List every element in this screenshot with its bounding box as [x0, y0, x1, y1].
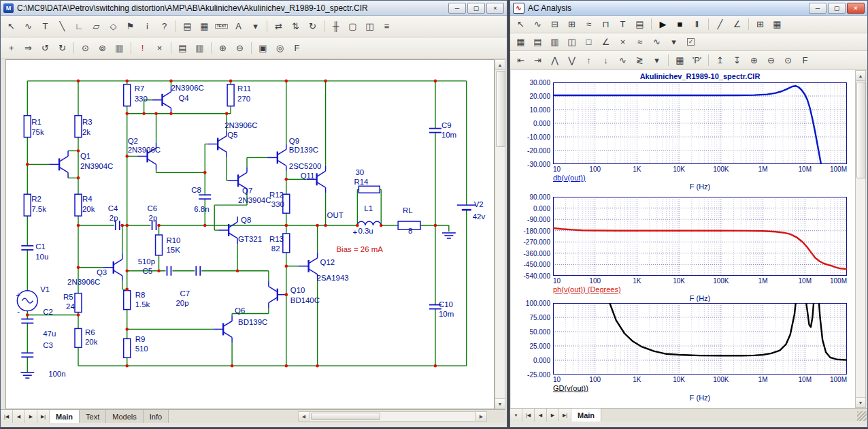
copy-page-button[interactable]: ▥ [191, 40, 208, 56]
component-label[interactable]: BD140C [290, 296, 320, 304]
resistor-symbol[interactable] [75, 328, 82, 347]
component-label[interactable]: 1.5k [135, 300, 150, 308]
properties-button[interactable]: ≡ [378, 18, 395, 34]
hscroll-thumb[interactable] [311, 413, 380, 420]
component-label[interactable]: R14 [354, 178, 369, 186]
scale-mode-button[interactable]: ⊟ [546, 16, 563, 32]
plot-area-1[interactable] [553, 82, 847, 164]
run-button[interactable]: ▶ [654, 16, 671, 32]
graph-properties-button[interactable]: ▦ [512, 34, 529, 50]
tag-vertical-button[interactable]: ↧ [729, 52, 746, 68]
component-label[interactable]: R7 [135, 84, 145, 93]
tag-horizontal-button[interactable]: ↥ [712, 52, 729, 68]
polygon-tool[interactable]: ▱ [88, 18, 105, 34]
text-tool[interactable]: T [37, 18, 54, 34]
hscroll-right-button[interactable]: ▶ [475, 412, 486, 421]
transistor-symbol[interactable] [207, 131, 227, 158]
step-tool[interactable]: ⇒ [20, 40, 37, 56]
tab-nav-3[interactable]: ▶| [37, 410, 50, 423]
error-button[interactable]: ! [134, 40, 151, 56]
plot-select-dropdown[interactable]: ▾ [510, 409, 522, 422]
component-label[interactable]: C7 [180, 289, 190, 298]
component-label[interactable]: 2SA1943 [317, 274, 349, 282]
component-label[interactable]: Bias = 26 mA [337, 245, 384, 253]
split-window-button[interactable]: ◫ [361, 18, 378, 34]
resistor-symbol[interactable] [283, 234, 290, 253]
undo-button[interactable]: ↺ [37, 40, 54, 56]
maximize-button[interactable]: ▢ [467, 3, 485, 14]
point-tag-tool[interactable]: ≈ [580, 16, 597, 32]
component-label[interactable]: R2 [31, 195, 41, 203]
pan-tool[interactable]: + [3, 40, 20, 56]
tab-nav-2[interactable]: ▶ [25, 410, 37, 423]
mode-dropdown[interactable]: ▾ [247, 18, 264, 34]
component-label[interactable]: Q5 [227, 131, 237, 139]
line-annotation-tool[interactable]: ╱ [712, 16, 729, 32]
font-size-button[interactable]: F [288, 40, 305, 56]
component-label[interactable]: R3 [82, 118, 93, 126]
font-button[interactable]: F [797, 52, 814, 68]
minimize-button[interactable]: ─ [448, 3, 466, 14]
component-label[interactable]: 2N3904C [238, 196, 271, 204]
component-label[interactable]: R13 [269, 235, 284, 243]
component-label[interactable]: 8 [408, 227, 412, 235]
plot-area-2[interactable] [553, 197, 847, 276]
scroll-thumb[interactable] [856, 82, 866, 178]
component-label[interactable]: R8 [135, 291, 146, 299]
copy-front-button[interactable]: ▤ [174, 40, 191, 56]
resize-grip[interactable] [857, 411, 867, 421]
data-table-button[interactable]: ▦ [769, 16, 786, 32]
transistor-symbol[interactable] [299, 253, 318, 280]
resistor-symbol[interactable] [75, 293, 82, 313]
plot-vscrollbar[interactable]: ▲▼ [855, 70, 866, 408]
web-button[interactable]: ◎ [271, 40, 288, 56]
tab-models[interactable]: Models [106, 410, 143, 423]
tab-main[interactable]: Main [50, 410, 80, 423]
component-label[interactable]: BD139C [289, 146, 318, 154]
zoom-out-button[interactable]: ⊖ [231, 40, 248, 56]
inductor-symbol[interactable] [357, 221, 381, 225]
component-label[interactable]: R1 [31, 118, 41, 126]
font-tool[interactable]: A [230, 18, 247, 34]
component-label[interactable]: 42v [473, 212, 486, 221]
redo-button[interactable]: ↻ [54, 40, 71, 56]
clipboard-tool[interactable]: ▤ [179, 18, 196, 34]
select-tool[interactable]: ↖ [512, 16, 529, 32]
component-label[interactable]: 100n [48, 370, 65, 378]
component-label[interactable]: 510p [138, 257, 155, 266]
component-label[interactable]: R5 [63, 293, 73, 301]
component-label[interactable]: 330 [135, 95, 148, 103]
component-label[interactable]: R11 [237, 84, 251, 93]
component-label[interactable]: 2N3906C [171, 84, 203, 92]
transistor-symbol[interactable] [267, 144, 286, 172]
component-label[interactable]: R12 [269, 191, 284, 199]
go-to-peak-button[interactable]: ⋀ [546, 52, 563, 68]
tab-nav-0[interactable]: |◀ [1, 410, 13, 423]
edit-checklist-button[interactable]: ✓ [682, 34, 699, 50]
hscroll-left-button[interactable]: ◀ [299, 412, 310, 421]
schematic-canvas[interactable]: R175kR32kR73302N3906CQ4R11270Q12N3904CQ2… [5, 59, 495, 409]
stop-button[interactable]: ■ [671, 16, 688, 32]
component-label[interactable]: - [17, 307, 20, 315]
component-label[interactable]: C3 [43, 341, 53, 349]
component-label[interactable]: RL [403, 206, 413, 214]
transistor-symbol[interactable] [152, 86, 171, 114]
resistor-symbol[interactable] [227, 84, 234, 106]
component-label[interactable]: BD139C [238, 318, 267, 326]
component-label[interactable]: 2p [110, 214, 118, 222]
component-label[interactable]: 20k [82, 205, 95, 213]
text-tool[interactable]: T [614, 16, 631, 32]
component-label[interactable]: R10 [166, 236, 180, 244]
log-axis-button[interactable]: ∠ [597, 34, 614, 50]
component-label[interactable]: Q9 [289, 137, 299, 145]
view-button[interactable]: ▥ [111, 40, 128, 56]
flip-horizontal-button[interactable]: ⇄ [270, 18, 287, 34]
tab-nav-0[interactable]: |◀ [522, 409, 535, 422]
component-label[interactable]: 15K [166, 246, 180, 254]
maximize-button[interactable]: ▢ [828, 3, 846, 14]
resistor-symbol[interactable] [75, 194, 82, 216]
resistor-symbol[interactable] [156, 235, 163, 255]
scroll-up-button[interactable]: ▲ [495, 60, 505, 70]
component-label[interactable]: Q2 [128, 137, 138, 145]
scroll-thumb[interactable] [496, 71, 505, 147]
